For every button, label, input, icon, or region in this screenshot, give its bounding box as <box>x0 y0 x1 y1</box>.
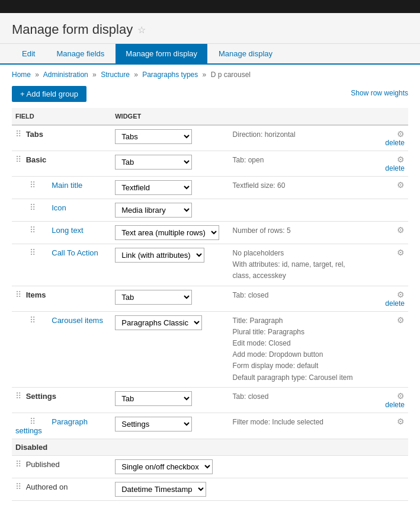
delete-link[interactable]: delete <box>385 299 405 308</box>
breadcrumb: Home » Administration » Structure » Para… <box>12 71 408 79</box>
breadcrumb-structure[interactable]: Structure <box>101 71 130 79</box>
widget-select-paragraph-settings[interactable]: Settings <box>115 417 192 432</box>
tab-edit[interactable]: Edit <box>12 44 45 63</box>
page-header: Manage form display ☆ <box>0 13 420 44</box>
drag-handle-icon[interactable]: ⠿ <box>15 459 21 469</box>
col-info <box>229 108 369 125</box>
table-row: ⠿ Basic Tab Tab: open ⚙ delete <box>12 151 408 177</box>
page-title-text: Manage form display <box>12 22 133 37</box>
field-info: Textfield size: 60 <box>233 181 286 190</box>
action-container: ⚙ delete <box>372 129 405 147</box>
widget-select-call-to-action[interactable]: Link (with attributes) <box>115 248 204 263</box>
breadcrumb-home[interactable]: Home <box>12 71 31 79</box>
drag-handle-icon[interactable]: ⠿ <box>30 248 36 257</box>
content: Home » Administration » Structure » Para… <box>0 65 420 505</box>
gear-icon[interactable]: ⚙ <box>397 155 405 164</box>
breadcrumb-current: D p carousel <box>211 71 251 79</box>
field-name: Basic <box>26 155 47 164</box>
table-row: ⠿ Tabs Tabs Direction: horizontal ⚙ dele… <box>12 125 408 151</box>
table-row: ⠿ Long text Text area (multiple rows) Nu… <box>12 222 408 244</box>
widget-select-tabs[interactable]: Tabs <box>115 129 192 144</box>
widget-select-long-text[interactable]: Text area (multiple rows) <box>115 225 219 240</box>
table-row: ⠿ Carousel items Paragraphs Classic Titl… <box>12 311 408 387</box>
drag-handle-icon[interactable]: ⠿ <box>15 290 21 299</box>
drag-handle-icon[interactable]: ⠿ <box>15 155 21 164</box>
page-title: Manage form display ☆ <box>12 22 408 37</box>
action-container: ⚙ delete <box>372 155 405 172</box>
field-name: Settings <box>26 392 56 401</box>
widget-select-settings[interactable]: Tab <box>115 391 192 406</box>
toolbar-area: Add field group Show row weights <box>12 86 408 102</box>
field-name: Paragraphsettings <box>15 417 88 435</box>
delete-link[interactable]: delete <box>385 164 405 172</box>
gear-icon[interactable]: ⚙ <box>397 180 405 190</box>
disabled-label: Disabled <box>12 439 408 455</box>
gear-icon[interactable]: ⚙ <box>397 417 405 426</box>
tab-manage-form-display[interactable]: Manage form display <box>116 44 207 63</box>
table-row: ⠿ Icon Media library <box>12 199 408 222</box>
widget-select-authored-on[interactable]: Datetime Timestamp <box>115 482 206 497</box>
widget-select-basic[interactable]: Tab <box>115 155 192 170</box>
add-field-group-button[interactable]: Add field group <box>12 86 86 102</box>
table-row: ⠿ Authored on Datetime Timestamp <box>12 478 408 500</box>
table-row: ⠿ Settings Tab Tab: closed ⚙ delete <box>12 387 408 413</box>
delete-link[interactable]: delete <box>385 139 405 147</box>
field-info: Filter mode: Include selected <box>233 418 323 426</box>
drag-handle-icon[interactable]: ⠿ <box>30 225 36 235</box>
table-row: ⠿ Published Single on/off checkbox <box>12 455 408 478</box>
table-row: ⠿ Call To Action Link (with attributes) … <box>12 244 408 286</box>
fields-table: FIELD WIDGET ⠿ Tabs Tabs <box>12 108 408 501</box>
col-widget: WIDGET <box>111 108 229 125</box>
delete-link[interactable]: delete <box>385 401 405 409</box>
field-name: Icon <box>40 203 66 212</box>
drag-handle-icon[interactable]: ⠿ <box>15 129 21 139</box>
field-info: Tab: closed <box>233 291 269 299</box>
tab-manage-fields[interactable]: Manage fields <box>46 44 114 63</box>
table-header-row: FIELD WIDGET <box>12 108 408 125</box>
breadcrumb-administration[interactable]: Administration <box>43 71 88 79</box>
field-name: Main title <box>40 181 82 190</box>
col-actions <box>368 108 408 125</box>
field-info: Direction: horizontal <box>233 130 296 139</box>
gear-icon[interactable]: ⚙ <box>397 315 405 325</box>
gear-icon[interactable]: ⚙ <box>397 225 405 235</box>
field-info: Tab: open <box>233 156 264 164</box>
field-name: Authored on <box>26 482 68 491</box>
field-name: Long text <box>40 226 84 235</box>
gear-icon[interactable]: ⚙ <box>397 129 405 139</box>
col-field: FIELD <box>12 108 111 125</box>
widget-select-icon[interactable]: Media library <box>115 203 192 218</box>
drag-handle-icon[interactable]: ⠿ <box>15 391 21 401</box>
drag-handle-icon[interactable]: ⠿ <box>30 417 36 426</box>
table-row: ⠿ Main title Textfield Textfield size: 6… <box>12 177 408 199</box>
favorite-icon[interactable]: ☆ <box>137 24 146 36</box>
field-name: Call To Action <box>40 248 98 257</box>
gear-icon[interactable]: ⚙ <box>397 391 405 401</box>
gear-icon[interactable]: ⚙ <box>397 248 405 257</box>
action-container: ⚙ delete <box>372 290 405 308</box>
drag-handle-icon[interactable]: ⠿ <box>15 482 21 491</box>
field-name: Items <box>26 290 46 299</box>
field-name: Tabs <box>26 130 43 139</box>
action-container: ⚙ delete <box>372 391 405 409</box>
field-info: No placeholdersWith attributes: id, name… <box>233 249 345 280</box>
gear-icon[interactable]: ⚙ <box>397 290 405 299</box>
tabs-nav: Edit Manage fields Manage form display M… <box>0 44 420 65</box>
disabled-section-row: Disabled <box>12 439 408 455</box>
field-name: Published <box>26 460 60 469</box>
drag-handle-icon[interactable]: ⠿ <box>30 180 36 190</box>
breadcrumb-paragraphs-types[interactable]: Paragraphs types <box>142 71 198 79</box>
field-info: Tab: closed <box>233 392 269 401</box>
fields-table-wrapper: FIELD WIDGET ⠿ Tabs Tabs <box>12 108 408 501</box>
widget-select-published[interactable]: Single on/off checkbox <box>115 459 213 474</box>
widget-select-items[interactable]: Tab <box>115 290 192 305</box>
drag-handle-icon[interactable]: ⠿ <box>30 315 36 325</box>
widget-select-main-title[interactable]: Textfield <box>115 180 192 195</box>
widget-select-carousel-items[interactable]: Paragraphs Classic <box>115 315 202 330</box>
show-row-weights-link[interactable]: Show row weights <box>351 89 408 97</box>
top-bar <box>0 0 420 13</box>
field-info: Number of rows: 5 <box>233 226 291 235</box>
drag-handle-icon[interactable]: ⠿ <box>30 203 36 212</box>
field-name: Carousel items <box>40 316 103 325</box>
tab-manage-display[interactable]: Manage display <box>209 44 283 63</box>
